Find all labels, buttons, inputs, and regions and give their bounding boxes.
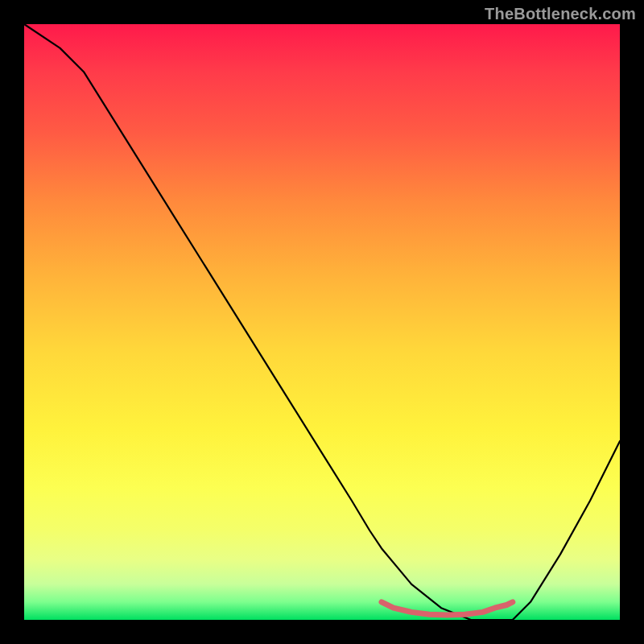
chart-plot-area: [24, 24, 620, 620]
sweet-spot-marker: [382, 602, 513, 615]
bottleneck-curve: [24, 24, 620, 620]
watermark-text: TheBottleneck.com: [485, 5, 636, 23]
chart-frame: TheBottleneck.com: [0, 0, 644, 644]
chart-svg: [24, 24, 620, 620]
